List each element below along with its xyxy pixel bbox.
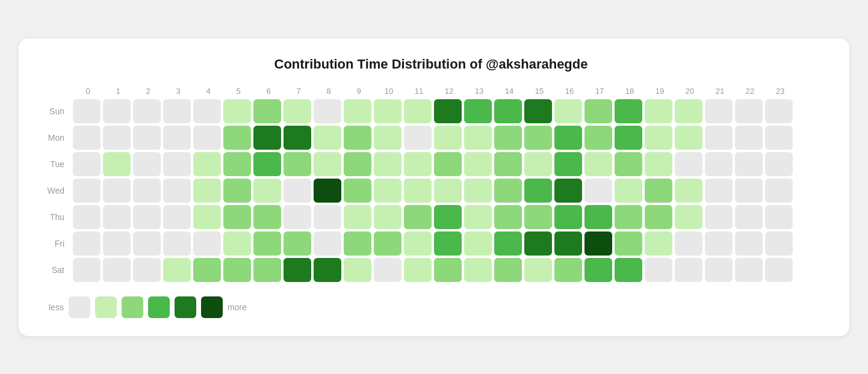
grid-cell [374, 231, 401, 256]
grid-cell [253, 258, 281, 282]
grid-cell [675, 258, 702, 282]
grid-cell [344, 126, 371, 150]
grid-cell [404, 179, 432, 203]
grid-cell [374, 99, 401, 123]
legend-more-label: more [228, 302, 247, 312]
grid-cell [705, 179, 733, 203]
grid-cell [524, 231, 552, 256]
grid-cell [494, 99, 522, 123]
grid-cell [434, 152, 462, 176]
grid-cell [103, 152, 131, 176]
grid-cell [253, 205, 281, 229]
grid-cell [434, 205, 462, 229]
hour-label: 4 [193, 87, 223, 96]
grid-cell [524, 126, 552, 150]
grid-cell [464, 99, 492, 123]
grid-cell [374, 205, 401, 229]
day-label: Thu [37, 212, 70, 222]
grid-cell [645, 231, 672, 256]
hour-label: 10 [374, 87, 404, 96]
grid-cell [554, 205, 582, 229]
grid-cell [103, 126, 131, 150]
grid-cell [735, 231, 763, 256]
grid-row: Tue [37, 152, 825, 176]
hour-label: 15 [524, 87, 554, 96]
grid-cell [193, 179, 221, 203]
grid-cell [675, 205, 702, 229]
grid-cell [765, 99, 793, 123]
grid-cell [524, 99, 552, 123]
grid-cell [735, 152, 763, 176]
grid-cell [464, 152, 492, 176]
grid-cell [314, 258, 341, 282]
hour-label: 3 [163, 87, 193, 96]
grid-cell [675, 152, 702, 176]
grid-cell [584, 126, 612, 150]
grid-cell [223, 179, 251, 203]
grid-cell [434, 231, 462, 256]
grid-cell [284, 231, 311, 256]
grid-cell [133, 179, 161, 203]
grid-cell [193, 152, 221, 176]
grid-cell [434, 99, 462, 123]
hour-label: 2 [133, 87, 163, 96]
grid-cell [103, 205, 131, 229]
grid-cell [494, 258, 522, 282]
grid-cell [163, 258, 191, 282]
grid-cell [404, 99, 432, 123]
grid-cell [645, 179, 672, 203]
legend-cell [201, 296, 223, 318]
grid-cell [344, 205, 371, 229]
day-label: Sat [37, 265, 70, 275]
grid-row: Thu [37, 205, 825, 229]
grid-cell [193, 258, 221, 282]
grid-row: Wed [37, 179, 825, 203]
grid-cell [193, 99, 221, 123]
grid-row: Mon [37, 126, 825, 150]
grid-cell [253, 231, 281, 256]
grid-cell [404, 126, 432, 150]
grid-cell [253, 179, 281, 203]
grid-cell [163, 179, 191, 203]
grid-cell [314, 126, 341, 150]
hour-label: 23 [765, 87, 795, 96]
grid-cell [615, 205, 642, 229]
hour-label: 21 [705, 87, 735, 96]
day-label: Mon [37, 133, 70, 143]
grid-cell [103, 99, 131, 123]
grid-cell [494, 179, 522, 203]
grid-cell [765, 126, 793, 150]
grid-cell [253, 126, 281, 150]
grid-cell [314, 205, 341, 229]
grid-cell [615, 126, 642, 150]
grid-cell [404, 205, 432, 229]
grid-cell [404, 152, 432, 176]
grid-cell [73, 99, 101, 123]
grid-cell [705, 205, 733, 229]
grid-cell [584, 205, 612, 229]
legend-less-label: less [49, 302, 64, 312]
hour-labels: 01234567891011121314151617181920212223 [73, 87, 825, 96]
grid-cell [193, 231, 221, 256]
grid-cell [524, 179, 552, 203]
hour-label: 20 [675, 87, 705, 96]
grid-cell [284, 205, 311, 229]
grid-cell [735, 179, 763, 203]
grid-cell [524, 258, 552, 282]
grid-cell [615, 258, 642, 282]
grid-cell [615, 99, 642, 123]
grid-cell [163, 231, 191, 256]
grid-cell [765, 231, 793, 256]
grid-cell [223, 99, 251, 123]
grid-cell [73, 126, 101, 150]
grid-cell [645, 205, 672, 229]
grid-cell [584, 152, 612, 176]
grid-cell [133, 152, 161, 176]
grid-cell [615, 231, 642, 256]
grid-cell [73, 231, 101, 256]
grid-cell [193, 205, 221, 229]
grid-cell [615, 152, 642, 176]
day-label: Wed [37, 186, 70, 195]
grid-cell [73, 258, 101, 282]
grid-cell [223, 258, 251, 282]
